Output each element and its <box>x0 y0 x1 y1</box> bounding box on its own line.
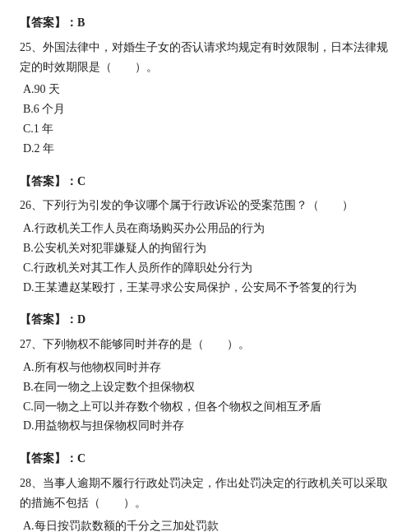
question-text-26: 26、下列行为引发的争议哪个属于行政诉讼的受案范围？（ ） <box>20 196 391 215</box>
option-25-a: A.90 天 <box>23 80 391 99</box>
option-26-d: D.王某遭赵某殴打，王某寻求公安局保护，公安局不予答复的行为 <box>23 278 391 298</box>
option-25-d: D.2 年 <box>23 139 391 159</box>
option-27-c: C.同一物之上可以并存数个物权，但各个物权之间相互矛盾 <box>23 397 391 417</box>
answer-27: 【答案】：D <box>20 310 391 330</box>
section-28: 【答案】：C 28、当事人逾期不履行行政处罚决定，作出处罚决定的行政机关可以采取… <box>20 449 391 532</box>
question-block-26: 26、下列行为引发的争议哪个属于行政诉讼的受案范围？（ ） A.行政机关工作人员… <box>20 196 391 297</box>
section-25: 【答案】：B 25、外国法律中，对婚生子女的否认请求均规定有时效限制，日本法律规… <box>20 13 391 159</box>
section-27: 【答案】：D 27、下列物权不能够同时并存的是（ ）。 A.所有权与他物权同时并… <box>20 310 391 436</box>
answer-28: 【答案】：C <box>20 449 391 469</box>
option-28-a: A.每日按罚款数额的千分之三加处罚款 <box>23 516 391 532</box>
option-27-d: D.用益物权与担保物权同时并存 <box>23 416 391 436</box>
page-content: 【答案】：B 25、外国法律中，对婚生子女的否认请求均规定有时效限制，日本法律规… <box>20 13 391 532</box>
question-text-27: 27、下列物权不能够同时并存的是（ ）。 <box>20 335 391 354</box>
option-26-c: C.行政机关对其工作人员所作的障职处分行为 <box>23 258 391 278</box>
question-text-25: 25、外国法律中，对婚生子女的否认请求均规定有时效限制，日本法律规定的时效期限是… <box>20 38 391 77</box>
option-25-b: B.6 个月 <box>23 99 391 119</box>
option-27-a: A.所有权与他物权同时并存 <box>23 358 391 377</box>
section-26: 【答案】：C 26、下列行为引发的争议哪个属于行政诉讼的受案范围？（ ） A.行… <box>20 172 391 298</box>
option-25-c: C.1 年 <box>23 119 391 139</box>
option-26-a: A.行政机关工作人员在商场购买办公用品的行为 <box>23 219 391 238</box>
question-block-27: 27、下列物权不能够同时并存的是（ ）。 A.所有权与他物权同时并存 B.在同一… <box>20 335 391 436</box>
question-block-25: 25、外国法律中，对婚生子女的否认请求均规定有时效限制，日本法律规定的时效期限是… <box>20 38 391 159</box>
question-block-28: 28、当事人逾期不履行行政处罚决定，作出处罚决定的行政机关可以采取的措施不包括（… <box>20 474 391 532</box>
option-27-b: B.在同一物之上设定数个担保物权 <box>23 377 391 397</box>
option-26-b: B.公安机关对犯罪嫌疑人的拘留行为 <box>23 238 391 258</box>
question-text-28: 28、当事人逾期不履行行政处罚决定，作出处罚决定的行政机关可以采取的措施不包括（… <box>20 474 391 513</box>
answer-25: 【答案】：B <box>20 13 391 33</box>
answer-26: 【答案】：C <box>20 172 391 192</box>
